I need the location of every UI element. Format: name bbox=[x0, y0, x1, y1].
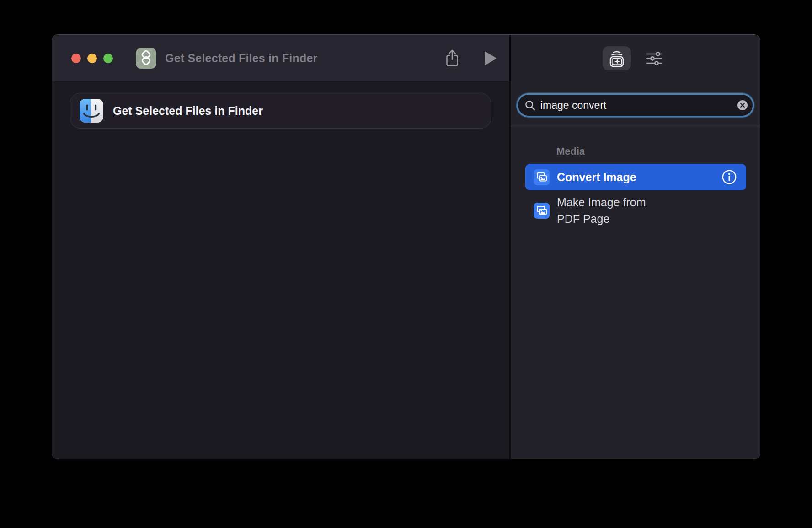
action-library-sidebar: Media Convert Image bbox=[511, 35, 760, 459]
action-item-make-image-from-pdf[interactable]: Make Image from PDF Page bbox=[525, 194, 746, 227]
clear-icon bbox=[737, 100, 748, 111]
close-button[interactable] bbox=[71, 54, 81, 63]
action-info-button[interactable] bbox=[721, 169, 737, 185]
convert-image-icon bbox=[534, 169, 550, 185]
shortcuts-app-icon bbox=[136, 48, 156, 69]
search-results: Media Convert Image bbox=[511, 126, 760, 459]
play-icon bbox=[484, 51, 497, 65]
action-item-label: Convert Image bbox=[557, 169, 636, 185]
section-header-media: Media bbox=[556, 145, 746, 157]
action-item-convert-image[interactable]: Convert Image bbox=[525, 164, 746, 190]
search-input[interactable] bbox=[540, 99, 737, 112]
minimize-button[interactable] bbox=[87, 54, 97, 63]
make-image-from-pdf-icon bbox=[534, 203, 550, 219]
window-title: Get Selected Files in Finder bbox=[165, 52, 317, 65]
workflow-canvas: Get Selected Files in Finder bbox=[52, 82, 509, 459]
action-card-get-selected-files[interactable]: Get Selected Files in Finder bbox=[70, 93, 491, 129]
tab-action-library[interactable] bbox=[603, 46, 631, 70]
finder-icon bbox=[80, 99, 103, 123]
info-icon bbox=[721, 169, 737, 185]
zoom-button[interactable] bbox=[103, 54, 113, 63]
shortcuts-window: Get Selected Files in Finder bbox=[52, 34, 760, 459]
editor-pane: Get Selected Files in Finder bbox=[52, 35, 509, 459]
share-button[interactable] bbox=[443, 48, 461, 68]
traffic-lights bbox=[71, 54, 113, 63]
action-library-icon bbox=[607, 49, 626, 68]
titlebar: Get Selected Files in Finder bbox=[52, 35, 509, 82]
sidebar-toolbar bbox=[511, 35, 760, 82]
action-card-label: Get Selected Files in Finder bbox=[113, 104, 263, 118]
clear-search-button[interactable] bbox=[737, 100, 748, 111]
action-item-label: Make Image from PDF Page bbox=[557, 194, 662, 227]
share-icon bbox=[443, 48, 461, 68]
search-icon bbox=[524, 100, 536, 111]
tab-shortcut-details[interactable] bbox=[640, 46, 668, 70]
sliders-icon bbox=[645, 49, 664, 68]
shortcuts-glyph bbox=[139, 50, 154, 66]
run-shortcut-button[interactable] bbox=[484, 51, 497, 65]
search-row bbox=[511, 82, 760, 126]
search-field[interactable] bbox=[518, 95, 753, 116]
